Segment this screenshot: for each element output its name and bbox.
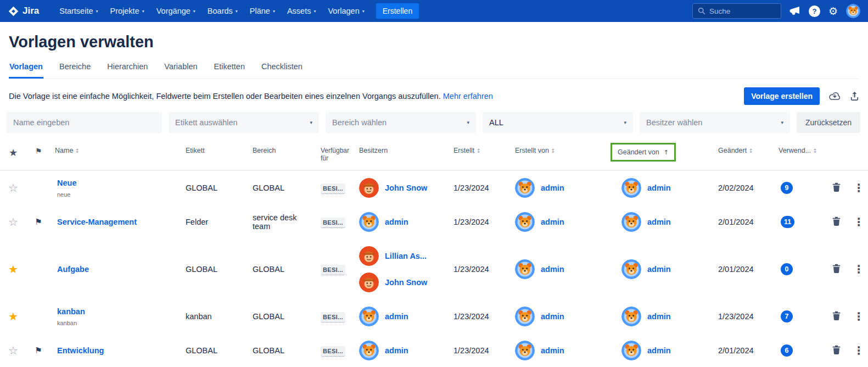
created-by: admin <box>515 212 605 232</box>
label-filter-select[interactable]: Etikett auswählen ▾ <box>169 112 319 133</box>
delete-icon[interactable] <box>832 264 841 273</box>
chevron-down-icon: ▾ <box>313 9 316 14</box>
kebab-menu-icon[interactable]: ⋮ <box>853 310 864 323</box>
table-header-row: ★ ⚑ Name↕ Etikett Bereich Verfügbar für … <box>0 140 868 170</box>
owner-name-link[interactable]: admin <box>385 346 408 355</box>
col-geaendert-von[interactable]: Geändert von ↑ <box>609 140 714 170</box>
modified-date: 2/01/2024 <box>714 205 774 239</box>
usage-count-badge: 0 <box>781 263 793 275</box>
tab-etiketten[interactable]: Etiketten <box>214 60 245 79</box>
owner-name-link[interactable]: Lillian As... <box>385 252 427 260</box>
nav-item-vorgaenge[interactable]: Vorgänge▾ <box>150 0 201 22</box>
flag-header-icon[interactable]: ⚑ <box>35 147 42 155</box>
sort-icon: ↕ <box>813 148 817 154</box>
modified-by-link[interactable]: admin <box>647 184 671 192</box>
tab-bereiche[interactable]: Bereiche <box>59 60 91 79</box>
sort-icon: ↕ <box>476 148 480 154</box>
created-by-link[interactable]: admin <box>541 346 564 355</box>
col-geaendert[interactable]: Geändert↕ <box>714 140 774 170</box>
label-cell: GLOBAL <box>181 170 248 205</box>
created-by-link[interactable]: admin <box>541 265 564 274</box>
modified-by-link[interactable]: admin <box>647 265 671 274</box>
col-erstellt-von[interactable]: Erstellt von↕ <box>511 140 609 170</box>
owner-avatar <box>359 246 379 266</box>
template-name-link[interactable]: kanban <box>57 307 85 316</box>
nav-item-assets[interactable]: Assets▾ <box>281 0 322 22</box>
modified-date: 2/01/2024 <box>714 239 774 299</box>
col-geaendert-label: Geändert <box>718 147 747 154</box>
tab-variablen[interactable]: Variablen <box>164 60 198 79</box>
kebab-menu-icon[interactable]: ⋮ <box>853 263 864 276</box>
reset-button[interactable]: Zurücksetzen <box>797 112 860 133</box>
learn-more-link[interactable]: Mehr erfahren <box>443 92 493 101</box>
nav-item-plaene[interactable]: Pläne▾ <box>244 0 281 22</box>
area-filter-value: Bereich wählen <box>332 118 387 127</box>
owner-name-link[interactable]: admin <box>385 218 408 226</box>
modified-by-link[interactable]: admin <box>647 218 671 226</box>
owner-filter-value: Besitzer wählen <box>646 118 702 127</box>
nav-item-boards[interactable]: Boards▾ <box>201 0 244 22</box>
star-filled-icon[interactable]: ★ <box>8 263 18 276</box>
col-actions <box>849 140 868 170</box>
owner-filter-select[interactable]: Besitzer wählen ▾ <box>640 112 790 133</box>
kebab-menu-icon[interactable]: ⋮ <box>853 215 864 229</box>
created-by: admin <box>515 341 605 360</box>
gear-icon[interactable]: ⚙ <box>828 6 838 16</box>
created-by: admin <box>515 259 605 279</box>
star-outline-icon[interactable]: ☆ <box>8 181 18 194</box>
help-icon[interactable]: ? <box>809 5 820 17</box>
created-by-link[interactable]: admin <box>541 184 564 192</box>
delete-icon[interactable] <box>832 311 841 320</box>
area-cell: service desk team <box>248 205 318 239</box>
col-erstellt-label: Erstellt <box>453 147 474 154</box>
owner-name-link[interactable]: John Snow <box>385 184 427 192</box>
star-filled-icon[interactable]: ★ <box>8 310 18 323</box>
template-name-link[interactable]: Neue <box>57 179 76 187</box>
col-name-label: Name <box>55 147 73 154</box>
kebab-menu-icon[interactable]: ⋮ <box>853 181 864 194</box>
created-by-link[interactable]: admin <box>541 218 564 226</box>
nav-item-startseite[interactable]: Startseite▾ <box>53 0 104 22</box>
nav-item-projekte[interactable]: Projekte▾ <box>104 0 150 22</box>
created-by-link[interactable]: admin <box>541 312 564 321</box>
user-avatar[interactable] <box>846 4 860 18</box>
owner-name-link[interactable]: admin <box>385 312 408 321</box>
star-header-icon[interactable]: ★ <box>9 147 18 158</box>
modified-by-link[interactable]: admin <box>647 346 671 355</box>
template-name-link[interactable]: Entwicklung <box>57 346 104 355</box>
tab-vorlagen[interactable]: Vorlagen <box>9 60 43 79</box>
available-for-lozenge: BESI... <box>321 218 345 228</box>
cloud-download-icon[interactable] <box>828 91 841 101</box>
name-filter-input[interactable] <box>7 112 162 133</box>
delete-icon[interactable] <box>832 182 841 192</box>
available-for-lozenge: BESI... <box>321 184 345 194</box>
search-input[interactable] <box>709 7 770 15</box>
tab-checklisten[interactable]: Checklisten <box>261 60 303 79</box>
availability-filter-select[interactable]: ALL ▾ <box>483 112 633 133</box>
global-search[interactable] <box>692 3 781 19</box>
jira-logo[interactable]: Jira <box>8 5 39 17</box>
template-name-link[interactable]: Service-Management <box>57 218 137 226</box>
col-verwendet[interactable]: Verwend...↕ <box>774 140 824 170</box>
col-name[interactable]: Name↕ <box>51 140 181 170</box>
col-erstellt[interactable]: Erstellt↕ <box>449 140 511 170</box>
nav-item-vorlagen[interactable]: Vorlagen▾ <box>322 0 370 22</box>
modified-by-avatar <box>621 341 641 360</box>
owner-name-link[interactable]: John Snow <box>385 278 427 287</box>
star-outline-icon[interactable]: ☆ <box>8 215 18 229</box>
owner-avatar <box>359 178 379 198</box>
chevron-down-icon: ▾ <box>193 9 195 14</box>
export-icon[interactable] <box>850 91 859 101</box>
tab-hierarchien[interactable]: Hierarchien <box>107 60 148 79</box>
kebab-menu-icon[interactable]: ⋮ <box>853 344 864 357</box>
create-template-button[interactable]: Vorlage erstellen <box>744 87 820 105</box>
announcement-icon[interactable] <box>789 6 800 16</box>
delete-icon[interactable] <box>832 345 841 354</box>
modified-by-link[interactable]: admin <box>647 312 671 321</box>
template-name-link[interactable]: Aufgabe <box>57 265 89 274</box>
created-by-avatar <box>515 178 535 198</box>
delete-icon[interactable] <box>832 216 841 226</box>
area-filter-select[interactable]: Bereich wählen ▾ <box>326 112 476 133</box>
star-outline-icon[interactable]: ☆ <box>8 344 18 357</box>
create-button[interactable]: Erstellen <box>376 3 419 19</box>
